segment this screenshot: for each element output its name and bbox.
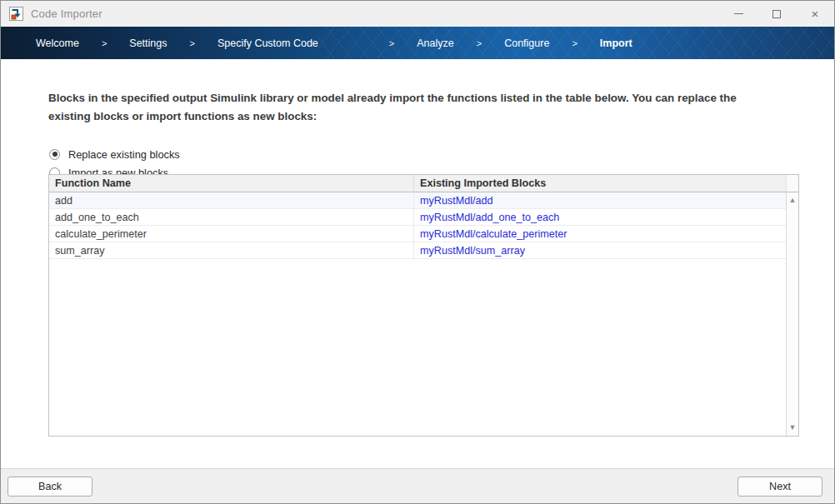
- title-bar: Code Importer ×: [1, 1, 834, 27]
- column-header-spacer: [786, 175, 798, 192]
- nav-step-configure[interactable]: Configure: [504, 37, 549, 49]
- next-button[interactable]: Next: [738, 477, 822, 497]
- close-icon: ×: [812, 7, 819, 20]
- existing-block-link[interactable]: myRustMdl/add_one_to_each: [420, 212, 559, 223]
- minimize-button[interactable]: [719, 1, 758, 27]
- scroll-up-icon[interactable]: ▲: [787, 197, 798, 204]
- cell-existing-block: myRustMdl/add: [414, 192, 786, 208]
- radio-replace-existing[interactable]: [49, 149, 60, 160]
- existing-block-link[interactable]: myRustMdl/sum_array: [420, 245, 525, 257]
- maximize-button[interactable]: [758, 1, 796, 27]
- option-label: Replace existing blocks: [68, 148, 180, 161]
- nav-steps: Welcome>Settings>Specify Custom Code>Ana…: [1, 37, 632, 49]
- maximize-icon: [772, 10, 781, 18]
- table-header: Function Name Existing Imported Blocks: [49, 175, 798, 192]
- cell-function-name: add_one_to_each: [49, 209, 414, 225]
- nav-step-import[interactable]: Import: [600, 37, 632, 49]
- table-row[interactable]: sum_arraymyRustMdl/sum_array: [49, 242, 786, 259]
- nav-step-specify-custom-code[interactable]: Specify Custom Code: [218, 37, 318, 49]
- window-controls: ×: [719, 1, 834, 27]
- scroll-down-icon[interactable]: ▼: [787, 424, 798, 432]
- table-body: addmyRustMdl/addadd_one_to_eachmyRustMdl…: [49, 192, 786, 436]
- nav-separator: >: [189, 38, 194, 48]
- cell-existing-block: myRustMdl/add_one_to_each: [414, 209, 786, 225]
- code-importer-window: Code Importer × Welcome>Settings>Specify…: [0, 0, 835, 504]
- nav-step-settings[interactable]: Settings: [129, 37, 167, 49]
- wizard-nav-bar: Welcome>Settings>Specify Custom Code>Ana…: [1, 27, 834, 59]
- cell-function-name: add: [49, 192, 414, 208]
- nav-step-welcome[interactable]: Welcome: [36, 37, 79, 49]
- footer-bar: Back Next: [1, 468, 834, 503]
- option-replace-existing[interactable]: Replace existing blocks: [49, 145, 834, 163]
- column-header-function-name[interactable]: Function Name: [49, 175, 414, 192]
- minimize-icon: [734, 13, 743, 14]
- nav-separator: >: [572, 38, 577, 48]
- app-icon: [9, 7, 23, 21]
- vertical-scrollbar[interactable]: ▲ ▼: [786, 192, 798, 436]
- existing-block-link[interactable]: myRustMdl/add: [420, 195, 493, 207]
- instruction-text: Blocks in the specified output Simulink …: [1, 59, 801, 126]
- main-content: Blocks in the specified output Simulink …: [1, 59, 834, 469]
- table-row[interactable]: calculate_perimetermyRustMdl/calculate_p…: [49, 226, 786, 242]
- close-button[interactable]: ×: [796, 1, 834, 27]
- table-row[interactable]: addmyRustMdl/add: [49, 192, 786, 209]
- existing-block-link[interactable]: myRustMdl/calculate_perimeter: [420, 228, 567, 240]
- window-title: Code Importer: [31, 7, 102, 20]
- back-button[interactable]: Back: [8, 477, 92, 497]
- nav-separator: >: [102, 38, 107, 48]
- cell-existing-block: myRustMdl/calculate_perimeter: [414, 226, 786, 242]
- nav-separator: >: [389, 38, 394, 48]
- nav-separator: >: [477, 38, 482, 48]
- column-header-existing-blocks[interactable]: Existing Imported Blocks: [414, 175, 786, 192]
- table-row[interactable]: add_one_to_eachmyRustMdl/add_one_to_each: [49, 209, 786, 226]
- functions-table: Function Name Existing Imported Blocks a…: [48, 174, 799, 437]
- cell-function-name: sum_array: [49, 242, 414, 258]
- cell-function-name: calculate_perimeter: [49, 226, 414, 242]
- cell-existing-block: myRustMdl/sum_array: [414, 242, 786, 258]
- nav-step-analyze[interactable]: Analyze: [417, 37, 453, 49]
